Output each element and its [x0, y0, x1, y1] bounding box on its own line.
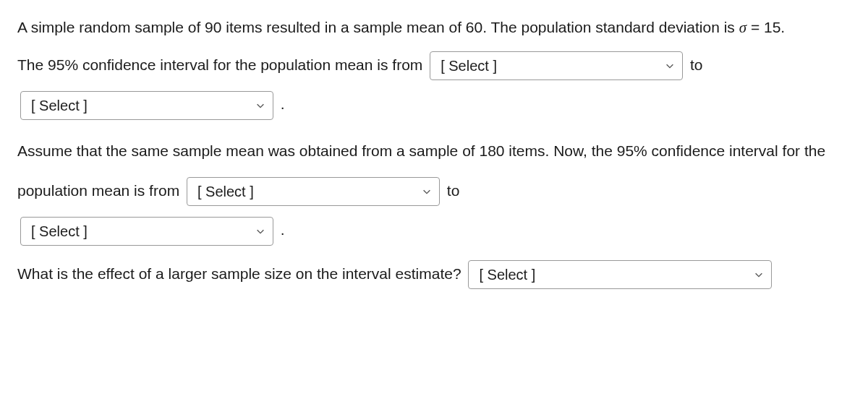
effect-block: What is the effect of a larger sample si… [17, 260, 851, 289]
select-placeholder-label: [ Select ] [441, 56, 656, 75]
ci-180-upper-select[interactable]: [ Select ] [20, 217, 273, 246]
select-placeholder-label: [ Select ] [197, 182, 413, 201]
word-to-1: to [690, 56, 703, 73]
period-1: . [281, 95, 285, 112]
ci-180-lower-select[interactable]: [ Select ] [187, 177, 440, 206]
select-placeholder-label: [ Select ] [31, 96, 247, 115]
ci-180-block: Assume that the same sample mean was obt… [17, 132, 851, 250]
ci-90-text: The 95% confidence interval for the popu… [17, 56, 427, 73]
effect-text: What is the effect of a larger sample si… [17, 265, 465, 281]
period-2: . [281, 221, 285, 238]
effect-select[interactable]: [ Select ] [468, 260, 772, 289]
intro-text-part-a: A simple random sample of 90 items resul… [17, 19, 739, 35]
chevron-down-icon [255, 226, 265, 236]
sigma-symbol: σ [739, 19, 746, 36]
chevron-down-icon [754, 270, 764, 280]
select-placeholder-label: [ Select ] [479, 265, 745, 284]
ci-90-lower-select[interactable]: [ Select ] [430, 51, 683, 80]
word-to-2: to [447, 182, 460, 199]
ci-90-block: The 95% confidence interval for the popu… [17, 46, 851, 124]
ci-90-upper-select[interactable]: [ Select ] [20, 91, 273, 120]
chevron-down-icon [422, 186, 432, 197]
intro-text-part-b: = 15. [746, 19, 785, 35]
chevron-down-icon [255, 100, 265, 111]
intro-paragraph: A simple random sample of 90 items resul… [17, 14, 851, 41]
select-placeholder-label: [ Select ] [31, 222, 247, 241]
chevron-down-icon [665, 61, 675, 71]
